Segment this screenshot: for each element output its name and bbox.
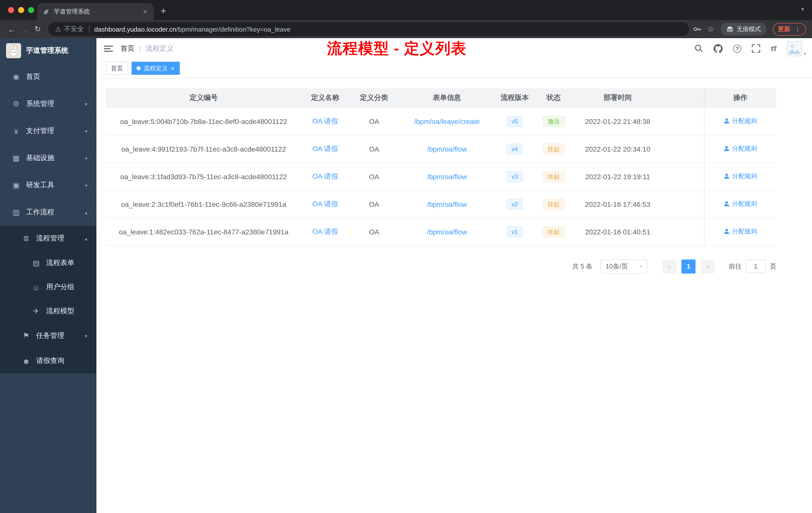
toolbar-right: ☆ 无痕模式 更新 ⋮ — [693, 23, 807, 36]
new-tab-button[interactable]: + — [161, 6, 166, 17]
tab-favicon-icon — [42, 8, 50, 15]
sidebar-item-workflow[interactable]: ▥ 工作流程 ▴ — [0, 199, 96, 226]
cell-status: 挂起 — [535, 190, 573, 218]
prev-page-button[interactable]: ‹ — [662, 259, 676, 273]
minimize-window-button[interactable] — [18, 7, 24, 13]
update-button[interactable]: 更新 ⋮ — [773, 23, 806, 35]
sidebar-item-system[interactable]: ⚙ 系统管理 ▾ — [0, 90, 96, 117]
reload-button[interactable]: ↻ — [31, 25, 44, 34]
cell-time: 2022-01-16 17:46:53 — [573, 190, 663, 218]
definition-table: 定义编号 定义名称 定义分类 表单信息 流程版本 状态 部署时间 操作 — [106, 88, 776, 246]
cell-name: OA 请假 — [301, 135, 349, 163]
breadcrumb-home[interactable]: 首页 — [120, 44, 135, 53]
zoom-window-button[interactable] — [28, 7, 34, 13]
bookmark-star-icon[interactable]: ☆ — [707, 25, 714, 34]
definition-name-link[interactable]: OA 请假 — [312, 200, 338, 208]
security-indicator[interactable]: ⚠ 不安全 — [55, 25, 84, 34]
flag-icon: ⚑ — [20, 331, 32, 340]
content-area: 定义编号 定义名称 定义分类 表单信息 流程版本 状态 部署时间 操作 — [96, 78, 812, 513]
chevron-down-icon: ▾ — [85, 155, 87, 161]
search-icon[interactable] — [695, 44, 703, 53]
col-deploy-time: 部署时间 — [573, 88, 663, 108]
sidebar-item-home[interactable]: ◉ 首页 — [0, 63, 96, 90]
url-bar[interactable]: ⚠ 不安全 dashboard.yudao.iocoder.cn /bpm/ma… — [48, 22, 689, 36]
document-icon: ▤ — [30, 259, 42, 268]
definition-name-link[interactable]: OA 请假 — [312, 227, 338, 235]
form-link[interactable]: /bpm/oa/leave/create — [414, 117, 480, 125]
goto-page-input[interactable] — [746, 260, 766, 273]
sidebar-item-user-group[interactable]: ☺ 用户分组 — [0, 275, 96, 299]
current-page-button[interactable]: 1 — [682, 259, 696, 273]
sidebar-item-process-form[interactable]: ▤ 流程表单 — [0, 251, 96, 275]
tag-home[interactable]: 首页 — [106, 62, 128, 75]
sidebar-item-process-management[interactable]: ≣ 流程管理 ▴ — [0, 226, 96, 251]
fullscreen-icon[interactable] — [752, 44, 760, 53]
cell-id: oa_leave:5:004b710b-7b8a-11ec-8ef0-acde4… — [106, 108, 301, 135]
sidebar-item-process-model[interactable]: ✈ 流程模型 — [0, 299, 96, 323]
next-page-button[interactable]: › — [700, 259, 715, 273]
font-size-icon[interactable]: tT — [771, 44, 777, 53]
assign-rule-button[interactable]: 分配规则 — [724, 200, 757, 208]
sidebar-item-devtools[interactable]: ▣ 研发工具 ▾ — [0, 172, 96, 199]
status-badge: 挂起 — [543, 226, 565, 237]
sidebar-item-task-management[interactable]: ⚑ 任务管理 ▾ — [0, 323, 96, 349]
form-link[interactable]: /bpm/oa/flow — [427, 228, 467, 236]
logo[interactable]: 芋道管理系统 — [0, 38, 96, 63]
cell-version: v1 — [495, 218, 535, 245]
url-divider — [89, 26, 89, 33]
form-link[interactable]: /bpm/oa/flow — [427, 200, 467, 208]
definition-name-link[interactable]: OA 请假 — [312, 172, 338, 180]
tag-process-definition[interactable]: 流程定义 × — [132, 62, 179, 75]
form-link[interactable]: /bpm/oa/flow — [427, 173, 467, 180]
sidebar-collapse-button[interactable] — [96, 45, 120, 52]
sidebar-item-label: 请假查询 — [36, 356, 64, 365]
active-dot — [137, 66, 141, 70]
sidebar-item-infrastructure[interactable]: ▦ 基础设施 ▾ — [0, 145, 96, 172]
key-icon[interactable] — [693, 25, 701, 33]
list-icon: ≣ — [20, 234, 32, 243]
pagination: 共 5 条 10条/页 ▾ ‹ 1 › 前往 页 — [106, 259, 776, 273]
back-button[interactable]: ← — [5, 25, 18, 33]
assign-rule-button[interactable]: 分配规则 — [724, 228, 757, 236]
browser-tab-strip: 芋道管理系统 × + ▾ — [0, 0, 812, 20]
browser-tab[interactable]: 芋道管理系统 × — [37, 3, 154, 20]
person-icon: ☻ — [20, 357, 32, 365]
cell-version: v3 — [495, 163, 535, 190]
table-row: oa_leave:1:482ec033-762a-11ec-8477-a2380… — [106, 218, 776, 245]
sidebar-item-payment[interactable]: ¥ 支付管理 ▾ — [0, 117, 96, 145]
tab-close-icon[interactable]: × — [142, 7, 149, 16]
navbar-icons: ? tT — [695, 41, 812, 56]
browser-menu-icon[interactable]: ⋮ — [794, 25, 801, 33]
definition-name-link[interactable]: OA 请假 — [312, 144, 338, 152]
assign-rule-button[interactable]: 分配规则 — [724, 117, 757, 125]
page-size-select[interactable]: 10条/页 ▾ — [601, 259, 647, 273]
col-process-version: 流程版本 — [495, 88, 535, 108]
tag-label: 流程定义 — [144, 64, 168, 72]
person-icon — [724, 229, 730, 235]
user-avatar[interactable]: ▾ — [787, 41, 806, 56]
tag-close-icon[interactable]: × — [171, 64, 174, 72]
help-icon[interactable]: ? — [733, 44, 742, 53]
sidebar-item-label: 工作流程 — [26, 208, 54, 217]
assign-rule-button[interactable]: 分配规则 — [724, 172, 757, 181]
definition-name-link[interactable]: OA 请假 — [312, 117, 338, 125]
screen: 芋道管理系统 × + ▾ ← → ↻ ⚠ 不安全 dashboard.yudao… — [0, 0, 812, 513]
incognito-badge: 无痕模式 — [721, 23, 766, 36]
col-status: 状态 — [535, 88, 573, 108]
sidebar-item-leave-query[interactable]: ☻ 请假查询 — [0, 349, 96, 373]
assign-rule-label: 分配规则 — [732, 228, 757, 236]
app-window: 芋道管理系统 ◉ 首页 ⚙ 系统管理 ▾ ¥ 支付管理 ▾ ▦ — [0, 38, 812, 513]
close-window-button[interactable] — [8, 7, 14, 13]
assign-rule-button[interactable]: 分配规则 — [724, 145, 757, 153]
person-icon — [724, 201, 730, 207]
cell-filler — [663, 108, 704, 135]
chevron-down-icon: ▾ — [640, 264, 642, 269]
avatar-caret-icon: ▾ — [804, 51, 806, 56]
pagination-goto: 前往 页 — [729, 260, 776, 273]
tab-search-chevron-icon[interactable]: ▾ — [801, 6, 804, 12]
status-badge: 挂起 — [543, 199, 565, 210]
github-icon[interactable] — [714, 44, 723, 53]
form-link[interactable]: /bpm/oa/flow — [427, 145, 467, 153]
chevron-up-icon: ▴ — [85, 210, 87, 215]
forward-button[interactable]: → — [18, 25, 31, 33]
